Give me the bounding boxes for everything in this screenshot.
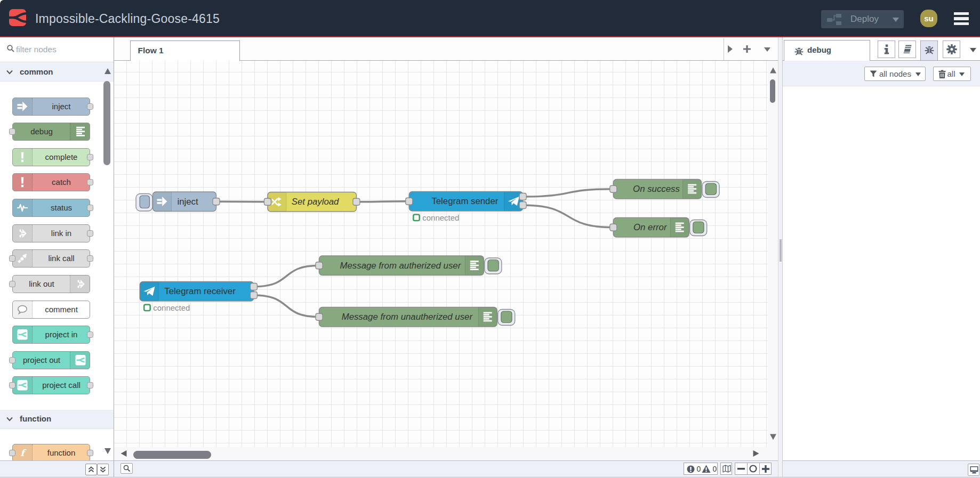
node-input-port[interactable] bbox=[406, 198, 413, 205]
status-icon bbox=[17, 202, 28, 213]
palette-expand-all-button[interactable] bbox=[97, 464, 109, 475]
flow-list-caret-icon[interactable] bbox=[764, 47, 770, 52]
header: Impossible-Cackling-Goose-4615 Deploy su bbox=[0, 0, 980, 36]
add-flow-button[interactable] bbox=[743, 45, 751, 53]
scroll-up-icon[interactable] bbox=[769, 67, 777, 75]
flowfuse-logo-icon[interactable] bbox=[9, 9, 26, 26]
debug-icon bbox=[688, 184, 696, 193]
expand-sidebar-button[interactable] bbox=[968, 464, 979, 476]
flow-node-set[interactable]: Set payload bbox=[264, 192, 360, 212]
node-input-port[interactable] bbox=[610, 224, 617, 231]
palette-category-function[interactable]: function bbox=[0, 410, 114, 429]
palette-node-link-out[interactable]: link out bbox=[12, 275, 90, 293]
navigator-button[interactable] bbox=[720, 463, 732, 475]
sidebar-tabbar: debug bbox=[783, 37, 980, 61]
flow-node-inject[interactable]: inject bbox=[136, 192, 220, 212]
debug-filter-button[interactable]: all nodes bbox=[864, 67, 926, 82]
node-output-port[interactable] bbox=[250, 291, 257, 298]
canvas-vscroll-thumb[interactable] bbox=[770, 79, 775, 103]
node-output-port bbox=[87, 255, 93, 262]
trash-icon bbox=[938, 70, 946, 78]
wire[interactable] bbox=[254, 265, 319, 287]
palette-node-comment[interactable]: comment bbox=[12, 301, 90, 319]
workspace-footer: 0 0 bbox=[114, 460, 778, 477]
zoom-out-button[interactable] bbox=[735, 463, 747, 474]
wire[interactable] bbox=[254, 295, 319, 317]
palette-node-catch[interactable]: catch bbox=[12, 173, 90, 191]
palette-collapse-all-button[interactable] bbox=[85, 464, 97, 475]
canvas-hscroll-thumb[interactable] bbox=[133, 451, 212, 459]
bug-icon bbox=[794, 46, 804, 55]
palette-node-function[interactable]: ffunction bbox=[12, 444, 90, 460]
flow-node-msgunauth[interactable]: Message from unautherized user bbox=[316, 307, 515, 327]
sidebar-tab-debug-button[interactable] bbox=[920, 40, 938, 60]
sidebar-tab-config-button[interactable] bbox=[943, 40, 960, 58]
flow-graph: injectSet payloadTelegram senderconnecte… bbox=[114, 61, 777, 448]
flow-node-onsuccess[interactable]: On success bbox=[610, 179, 719, 199]
palette-node-project-in[interactable]: project in bbox=[12, 326, 90, 344]
main-menu-button[interactable] bbox=[954, 12, 969, 26]
palette-scroll-down-icon[interactable] bbox=[104, 447, 111, 455]
wire[interactable] bbox=[356, 201, 409, 201]
node-output-port bbox=[87, 205, 93, 211]
palette-node-inject[interactable]: inject bbox=[12, 98, 90, 116]
palette-node-complete[interactable]: complete bbox=[12, 148, 90, 166]
user-avatar[interactable]: su bbox=[920, 10, 937, 27]
node-input-port[interactable] bbox=[610, 185, 617, 192]
sidebar-separator[interactable] bbox=[778, 37, 783, 478]
sidebar-tab-debug[interactable]: debug bbox=[784, 40, 870, 61]
palette-node-status[interactable]: status bbox=[12, 199, 90, 217]
palette-node-link-in[interactable]: link in bbox=[12, 224, 90, 242]
node-input-port[interactable] bbox=[316, 313, 323, 320]
palette-category-label: function bbox=[20, 414, 51, 423]
palette-category-common[interactable]: common bbox=[0, 63, 114, 82]
debug-messages-panel[interactable] bbox=[783, 86, 980, 460]
palette-category-label: common bbox=[20, 67, 53, 76]
debug-clear-button[interactable]: all bbox=[933, 67, 971, 82]
node-output-port[interactable] bbox=[353, 198, 360, 205]
palette-node-project-call[interactable]: project call bbox=[12, 376, 90, 394]
palette-scrollbar[interactable] bbox=[103, 81, 110, 165]
wire[interactable] bbox=[523, 189, 614, 196]
deploy-options-caret-icon[interactable] bbox=[893, 18, 899, 22]
zoom-in-button[interactable] bbox=[759, 463, 771, 474]
palette-node-debug[interactable]: debug bbox=[12, 123, 90, 141]
palette-node-label: status bbox=[33, 199, 91, 216]
palette-node-link-call[interactable]: link call bbox=[12, 249, 90, 268]
node-output-port[interactable] bbox=[519, 201, 526, 208]
workspace-search-button[interactable] bbox=[121, 463, 133, 474]
palette-scroll-up-icon[interactable] bbox=[104, 67, 111, 76]
node-output-port[interactable] bbox=[519, 193, 526, 200]
wire[interactable] bbox=[216, 201, 268, 202]
sidebar-separator-handle[interactable] bbox=[780, 239, 782, 262]
flow-node-onerror[interactable]: On error bbox=[610, 217, 707, 237]
node-output-port[interactable] bbox=[213, 198, 220, 205]
node-output-port[interactable] bbox=[250, 283, 257, 290]
sidebar-menu-caret-icon[interactable] bbox=[970, 48, 976, 52]
project-icon bbox=[17, 380, 28, 391]
debug-filter-label: all nodes bbox=[879, 69, 911, 78]
zoom-reset-button[interactable] bbox=[747, 463, 759, 474]
deploy-button[interactable]: Deploy bbox=[821, 10, 904, 28]
notification-counts[interactable]: 0 0 bbox=[684, 463, 717, 475]
flow-node-msgauth[interactable]: Message from autherized user bbox=[316, 256, 502, 276]
scroll-left-icon[interactable] bbox=[120, 450, 128, 457]
flow-node-sender[interactable]: Telegram senderconnected bbox=[406, 191, 526, 222]
canvas-vertical-scrollbar[interactable] bbox=[768, 61, 778, 448]
book-icon bbox=[902, 44, 913, 54]
scroll-right-icon[interactable] bbox=[752, 450, 760, 457]
sidebar-tab-info-button[interactable] bbox=[878, 40, 895, 58]
canvas-horizontal-scrollbar[interactable] bbox=[114, 447, 778, 460]
palette-search[interactable]: filter nodes bbox=[0, 37, 114, 62]
wire[interactable] bbox=[523, 205, 614, 228]
palette-node-project-out[interactable]: project out bbox=[12, 351, 90, 369]
tab-scroll-right-icon[interactable] bbox=[727, 45, 733, 53]
node-input-port[interactable] bbox=[264, 198, 271, 205]
sidebar-tab-help-button[interactable] bbox=[898, 40, 916, 58]
flow-canvas[interactable]: injectSet payloadTelegram senderconnecte… bbox=[114, 61, 778, 448]
node-output-port bbox=[87, 103, 93, 110]
node-input-port[interactable] bbox=[316, 262, 323, 269]
flow-node-receiver[interactable]: Telegram receiverconnected bbox=[140, 281, 257, 312]
tab-flow-1[interactable]: Flow 1 bbox=[130, 40, 240, 61]
scroll-down-icon[interactable] bbox=[769, 433, 777, 441]
